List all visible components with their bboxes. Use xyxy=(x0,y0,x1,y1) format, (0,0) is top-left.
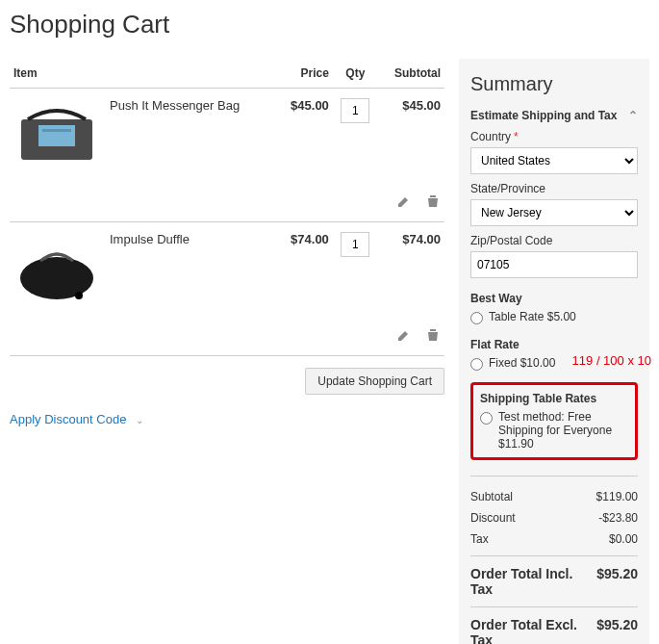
shipping-option-label: Table Rate $5.00 xyxy=(489,310,576,323)
total-excl-label: Order Total Excl. Tax xyxy=(470,617,596,644)
apply-discount-link[interactable]: Apply Discount Code ⌄ xyxy=(10,412,143,426)
page-title: Shopping Cart xyxy=(10,10,649,39)
tax-value: $0.00 xyxy=(609,532,638,546)
annotation-text: 119 / 100 x 10 xyxy=(572,353,651,368)
trash-icon[interactable] xyxy=(425,327,441,343)
shipping-option-bestway[interactable]: Table Rate $5.00 xyxy=(470,310,638,324)
product-image[interactable] xyxy=(13,232,100,305)
carrier-table-title: Shipping Table Rates xyxy=(480,392,628,405)
shipping-option-table[interactable]: Test method: Free Shipping for Everyone … xyxy=(480,410,628,451)
discount-label: Discount xyxy=(470,511,516,525)
estimate-label: Estimate Shipping and Tax xyxy=(470,109,617,122)
radio-input[interactable] xyxy=(480,412,493,425)
cart-items-section: Item Price Qty Subtotal xyxy=(10,59,444,644)
subtotal-value: $119.00 xyxy=(596,490,638,503)
tax-label: Tax xyxy=(470,532,489,546)
summary-panel: Summary Estimate Shipping and Tax ⌃ Coun… xyxy=(459,59,649,644)
edit-icon[interactable] xyxy=(396,327,412,343)
trash-icon[interactable] xyxy=(425,193,441,209)
country-label: Country* xyxy=(470,130,638,143)
cart-table: Item Price Qty Subtotal xyxy=(10,59,444,356)
radio-input[interactable] xyxy=(470,358,483,371)
estimate-toggle[interactable]: Estimate Shipping and Tax ⌃ xyxy=(470,109,638,122)
item-name[interactable]: Impulse Duffle xyxy=(110,232,190,246)
item-subtotal: $45.00 xyxy=(378,89,444,185)
update-cart-button[interactable]: Update Shopping Cart xyxy=(305,368,444,395)
carrier-flat-title: Flat Rate xyxy=(470,338,638,351)
product-image[interactable] xyxy=(13,98,100,171)
col-qty: Qty xyxy=(333,59,378,89)
item-price: $74.00 xyxy=(276,222,333,319)
table-row: Impulse Duffle $74.00 $74.00 xyxy=(10,222,444,319)
subtotal-label: Subtotal xyxy=(470,490,513,503)
zip-label: Zip/Postal Code xyxy=(470,234,638,247)
svg-rect-2 xyxy=(42,129,71,132)
summary-title: Summary xyxy=(470,73,638,95)
state-label: State/Province xyxy=(470,182,638,195)
radio-input[interactable] xyxy=(470,312,483,324)
item-price: $45.00 xyxy=(276,89,333,185)
total-incl-value: $95.20 xyxy=(596,566,638,597)
discount-value: -$23.80 xyxy=(598,511,638,525)
svg-point-4 xyxy=(75,292,83,299)
svg-rect-1 xyxy=(38,125,75,146)
country-select[interactable]: United States xyxy=(470,147,638,174)
highlighted-shipping-box: Shipping Table Rates Test method: Free S… xyxy=(470,382,638,460)
shipping-option-label: Fixed $10.00 xyxy=(489,356,555,370)
col-item: Item xyxy=(10,59,276,89)
chevron-up-icon: ⌃ xyxy=(628,109,638,122)
col-price: Price xyxy=(276,59,333,89)
edit-icon[interactable] xyxy=(396,193,412,209)
zip-input[interactable] xyxy=(470,251,638,278)
total-excl-value: $95.20 xyxy=(596,617,638,644)
item-subtotal: $74.00 xyxy=(378,222,444,319)
totals-section: Subtotal$119.00 Discount-$23.80 Tax$0.00… xyxy=(470,476,638,644)
svg-point-3 xyxy=(20,257,93,299)
carrier-bestway-title: Best Way xyxy=(470,292,638,305)
col-subtotal: Subtotal xyxy=(378,59,444,89)
chevron-down-icon: ⌄ xyxy=(136,415,143,425)
discount-label: Apply Discount Code xyxy=(10,412,126,426)
total-incl-label: Order Total Incl. Tax xyxy=(470,566,596,597)
qty-input[interactable] xyxy=(341,98,369,123)
state-select[interactable]: New Jersey xyxy=(470,199,638,226)
item-name[interactable]: Push It Messenger Bag xyxy=(110,98,240,113)
shipping-option-label: Test method: Free Shipping for Everyone … xyxy=(498,410,628,451)
qty-input[interactable] xyxy=(341,232,369,257)
table-row: Push It Messenger Bag $45.00 $45.00 xyxy=(10,89,444,185)
